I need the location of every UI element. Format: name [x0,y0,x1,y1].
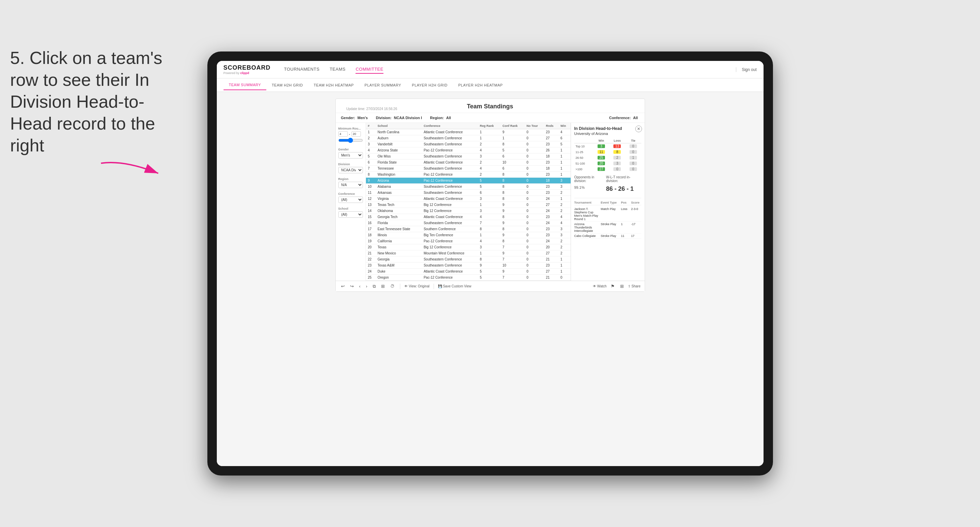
table-row[interactable]: 14OklahomaBig 12 Conference390242 [366,208,571,214]
h2h-win-51-100: 20 [593,160,609,166]
subnav-team-h2h-heatmap[interactable]: TEAM H2H HEATMAP [309,81,359,90]
view-original-button[interactable]: 👁 View: Original [404,284,430,288]
watch-label: Watch [597,284,607,288]
h2h-tie-26-50: 1 [625,155,641,160]
school-filter-label: School [338,207,363,210]
row-14-col-0: 15 [366,214,376,220]
bottom-toolbar: ↩ ↪ ‹ › ⧉ ⊞ ⏱ 👁 View: Original 💾 Sa [336,281,645,291]
row-17-col-2: Big Ten Conference [422,232,478,238]
col-conference: Conference [422,123,478,129]
subnav-player-h2h-heatmap[interactable]: PLAYER H2H HEATMAP [453,81,508,90]
row-8-col-2: Pac-12 Conference [422,178,478,184]
division-select[interactable]: NCAA Division I [338,167,363,173]
table-row[interactable]: 12VirginiaAtlantic Coast Conference38024… [366,196,571,202]
row-3-col-3: 4 [478,148,500,154]
table-row[interactable]: 15Georgia TechAtlantic Coast Conference4… [366,214,571,220]
min-rounds-slider[interactable] [338,138,363,143]
table-row[interactable]: 13Texas TechBig 12 Conference190272 [366,202,571,208]
forward-button[interactable]: › [364,283,369,289]
table-row[interactable]: 9ArizonaPac-12 Conference580183 [366,178,571,184]
row-5-col-2: Atlantic Coast Conference [422,160,478,165]
share-button[interactable]: ⇧ Share [628,284,641,288]
nav-tournaments[interactable]: TOURNAMENTS [284,65,320,74]
row-19-col-6: 20 [544,244,558,250]
table-row[interactable]: 7TennesseeSoutheastern Conference460181 [366,165,571,171]
table-row[interactable]: 1North CarolinaAtlantic Coast Conference… [366,129,571,135]
tournament-col-type: Event Type [601,201,619,204]
copy-button[interactable]: ⧉ [371,283,377,290]
table-row[interactable]: 18IllinoisBig Ten Conference190233 [366,232,571,238]
grid-button[interactable]: ⊞ [619,283,625,289]
back-button[interactable]: ‹ [358,283,362,289]
table-row[interactable]: 11ArkansasSoutheastern Conference680232 [366,190,571,196]
filter-region: Region N/A [338,177,363,188]
row-15-col-5: 0 [525,220,544,226]
row-19-col-2: Big 12 Conference [422,244,478,250]
flag-button[interactable]: ⚑ [609,283,616,289]
row-4-col-1: Ole Miss [376,154,422,160]
table-row[interactable]: 25OregonPac-12 Conference570210 [366,275,571,281]
row-7-col-3: 2 [478,171,500,178]
table-row[interactable]: 24DukeAtlantic Coast Conference590271 [366,268,571,275]
nav-committee[interactable]: COMMITTEE [355,65,383,74]
toolbar-divider-2 [434,284,434,289]
min-rounds-max-input[interactable] [352,131,361,137]
table-header: # School Conference Reg Rank Conf Rank N… [366,123,571,129]
table-row[interactable]: 17East Tennessee StateSouthern Conferenc… [366,226,571,232]
row-7-col-7: 1 [558,171,571,178]
watch-button[interactable]: 👁 Watch [593,284,607,288]
table-row[interactable]: 5Ole MissSoutheastern Conference360181 [366,154,571,160]
save-custom-button[interactable]: 💾 Save Custom View [438,284,471,288]
h2h-range-top10: Top 10 [574,143,593,149]
h2h-close-button[interactable]: ✕ [635,125,642,132]
subnav-team-summary[interactable]: TEAM SUMMARY [224,80,267,90]
row-5-col-7: 1 [558,160,571,165]
t2-pos: 1 [621,222,630,233]
table-row[interactable]: 22GeorgiaSoutheastern Conference870211 [366,256,571,262]
clock-button[interactable]: ⏱ [389,283,396,289]
table-row[interactable]: 19CaliforniaPac-12 Conference480242 [366,238,571,244]
row-0-col-3: 1 [478,129,500,135]
gender-select[interactable]: Men's [338,152,363,159]
min-rounds-min-input[interactable] [338,131,348,137]
toolbar-divider-1 [400,284,400,289]
redo-button[interactable]: ↪ [349,283,355,289]
col-rnds: Rnds [544,123,558,129]
row-23-col-5: 0 [525,268,544,275]
table-row[interactable]: 23Texas A&MSoutheastern Conference910023… [366,262,571,268]
table-row[interactable]: 10AlabamaSoutheastern Conference580233 [366,184,571,190]
table-row[interactable]: 16FloridaSoutheastern Conference790244 [366,220,571,226]
subnav-player-h2h-grid[interactable]: PLAYER H2H GRID [407,81,453,90]
tournament-col-pos: Pos [621,201,630,204]
subnav-team-h2h-grid[interactable]: TEAM H2H GRID [266,81,309,90]
row-11-col-2: Atlantic Coast Conference [422,196,478,202]
h2h-opponents-pct: Opponents in division: 99.1% [574,175,606,195]
standings-table: # School Conference Reg Rank Conf Rank N… [366,123,571,281]
paste-button[interactable]: ⊞ [380,283,386,289]
table-row[interactable]: 21New MexicoMountain West Conference1902… [366,250,571,256]
region-select[interactable]: N/A [338,182,363,188]
row-8-col-5: 0 [525,178,544,184]
row-5-col-1: Florida State [376,160,422,165]
table-row[interactable]: 6Florida StateAtlantic Coast Conference2… [366,160,571,165]
row-6-col-7: 1 [558,165,571,171]
sign-out-button[interactable]: Sign out [736,67,756,72]
conference-select[interactable]: (All) [338,197,363,203]
table-row[interactable]: 2AuburnSoutheastern Conference110276 [366,135,571,141]
h2h-table-header: Win Loss Tie [574,138,641,143]
school-select[interactable]: (All) [338,211,363,218]
row-12-col-2: Big 12 Conference [422,202,478,208]
table-row[interactable]: 3VanderbiltSoutheastern Conference280235 [366,141,571,148]
row-14-col-2: Atlantic Coast Conference [422,214,478,220]
undo-button[interactable]: ↩ [340,283,346,289]
h2h-loss-26-50: 2 [609,155,625,160]
row-22-col-2: Southeastern Conference [422,262,478,268]
row-6-col-6: 18 [544,165,558,171]
nav-teams[interactable]: TEAMS [329,65,345,74]
row-13-col-4: 9 [500,208,525,214]
table-row[interactable]: 20TexasBig 12 Conference370202 [366,244,571,250]
table-row[interactable]: 4Arizona StatePac-12 Conference450261 [366,148,571,154]
gender-meta: Gender: Men's [341,116,369,120]
subnav-player-summary[interactable]: PLAYER SUMMARY [359,81,407,90]
table-row[interactable]: 8WashingtonPac-12 Conference280231 [366,171,571,178]
